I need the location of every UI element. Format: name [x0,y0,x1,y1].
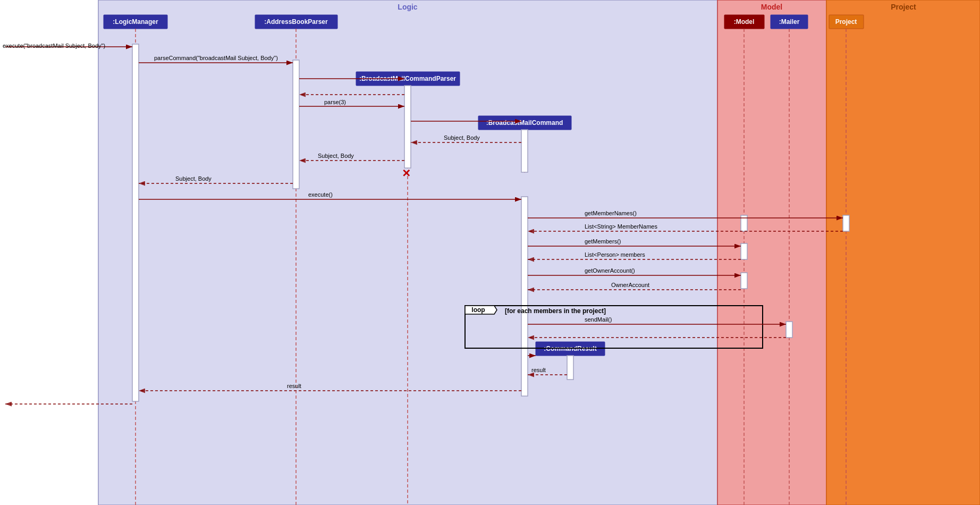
broadcastmailcommand-label: :BroadcastMailCommand [486,119,563,127]
msg20-label: result [287,383,301,389]
sequence-diagram-svg: Logic Model Project :LogicManager :Addre… [0,0,980,505]
x-mark: ✕ [402,167,411,179]
execute-label: execute("broadcastMail Subject, Body") [3,43,105,49]
svg-rect-2 [826,0,980,505]
mailer-sendmail-activation [786,322,792,338]
svg-rect-10 [829,15,864,29]
svg-rect-1 [717,0,826,505]
commandresult-label: :CommandResult [544,345,596,352]
project-box-label: Project [835,18,857,26]
addressbookparser-label: :AddressBookParser [264,18,328,26]
svg-rect-0 [98,0,717,505]
logicmanager-activation [132,44,139,401]
loop-condition-text: [for each members in the project] [505,307,606,315]
msg7-label: Subject, Body [444,134,480,141]
svg-rect-5 [356,72,460,86]
broadcastmailcommandparser-label: :BroadcastMailCommandParser [359,75,456,82]
loop-pentagon [465,306,497,314]
svg-rect-8 [724,15,764,29]
svg-rect-3 [104,15,167,29]
svg-rect-7 [536,342,605,356]
model-section-label: Model [761,3,782,11]
msg14-label: List<Person> members [585,251,645,258]
mailer-label: :Mailer [779,18,800,26]
loop-label-text: loop [471,306,485,314]
model-getowneraccount-activation [741,273,747,289]
diagram-container: execute("broadcastMail Subject, Body") L… [0,0,980,505]
broadcastmailcommandparser-activation [404,86,411,168]
msg9-label: Subject, Body [175,175,212,182]
msg12-label: List<String> MemberNames [585,223,657,230]
msg13-label: getMembers() [585,238,621,245]
left-margin: execute("broadcastMail Subject, Body") [0,0,98,505]
addressbookparser-activation [293,60,299,189]
msg17-label: sendMail() [585,316,612,323]
project-section-label: Project [891,3,916,11]
model-label: :Model [734,18,755,26]
loop-box [465,306,763,348]
msg10-label: execute() [308,191,333,198]
logicmanager-label: :LogicManager [113,18,158,26]
msg15-label: getOwnerAccount() [585,267,635,274]
msg16-label: OwnerAccount [611,282,649,288]
commandresult-activation [567,356,573,380]
svg-rect-4 [255,15,337,29]
msg2-label: parseCommand("broadcastMail Subject, Bod… [154,55,278,61]
msg8-label: Subject, Body [318,153,354,159]
model-getmembernames-activation [741,215,747,231]
broadcastmailcommand-activation [521,130,528,172]
msg19-label: result [531,367,546,373]
svg-rect-9 [771,15,808,29]
svg-rect-6 [478,116,571,130]
msg5-label: parse(3) [324,99,346,105]
model-getmembers-activation [741,243,747,259]
msg11-label: getMemberNames() [585,210,637,216]
logic-section-label: Logic [398,3,418,11]
project-activation [843,215,849,231]
broadcastmailcommand-execute-activation [521,197,528,396]
